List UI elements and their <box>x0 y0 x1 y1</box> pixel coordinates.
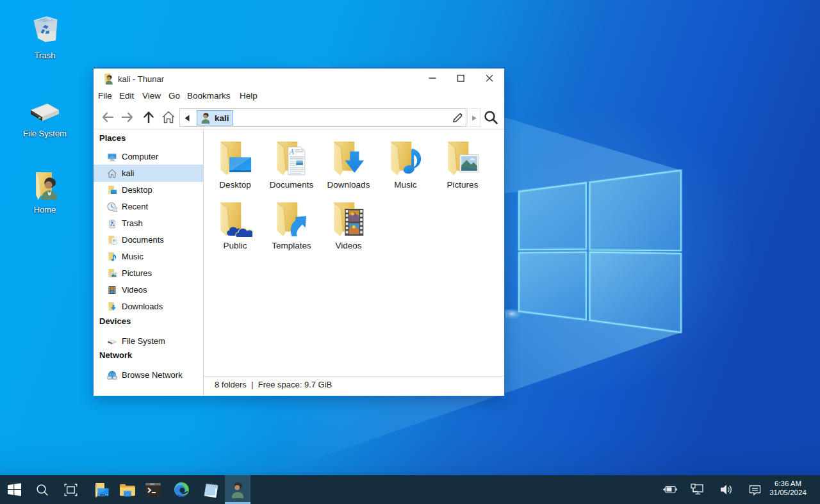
svg-text:A: A <box>289 148 295 156</box>
